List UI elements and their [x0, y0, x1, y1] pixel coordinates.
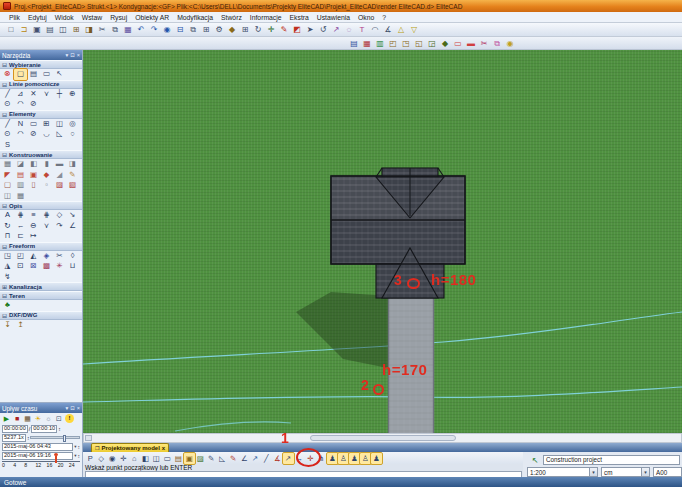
trim-icon[interactable]: ✂: [478, 38, 490, 49]
speed-slider[interactable]: [30, 436, 80, 439]
text-cursor-icon[interactable]: T: [356, 24, 368, 35]
collapse-icon[interactable]: ⊟: [2, 151, 7, 158]
collapse-icon[interactable]: ⊟: [2, 202, 7, 209]
storey-list-icon[interactable]: ▤: [348, 38, 360, 49]
save-icon[interactable]: ▣: [31, 24, 43, 35]
screen-icon[interactable]: ▭: [162, 453, 173, 464]
dimension-icon[interactable]: ⋕: [14, 210, 27, 221]
menu-item-okno[interactable]: Okno: [354, 14, 378, 21]
beam-icon[interactable]: ▬: [53, 159, 66, 170]
calendar-icon[interactable]: ▦: [23, 414, 32, 423]
group-person-icon[interactable]: ♟: [371, 453, 382, 464]
arc-3p-icon[interactable]: ◡: [40, 129, 53, 140]
sketch-icon[interactable]: ✎: [66, 170, 79, 181]
tab-projektowany-model[interactable]: ❐ Projektowany model x: [91, 443, 169, 452]
section-header-wybieranie[interactable]: ⊟Wybieranie: [0, 60, 82, 69]
axonometry-icon[interactable]: ◇: [96, 453, 107, 464]
section-header-elementy[interactable]: ⊟Elementy: [0, 110, 82, 119]
label-frame-icon[interactable]: ◇: [53, 210, 66, 221]
plot-icon[interactable]: ⊞: [70, 24, 82, 35]
circle-center-icon[interactable]: ◎: [66, 119, 79, 130]
window-view-icon[interactable]: ◧: [140, 453, 151, 464]
mark-region-icon[interactable]: ◩: [291, 24, 303, 35]
wall-red-icon[interactable]: ▤: [14, 170, 27, 181]
oval-icon[interactable]: ○: [66, 129, 79, 140]
arc-icon[interactable]: ◠: [14, 129, 27, 140]
angle-tool-icon[interactable]: ∠: [239, 453, 250, 464]
grid-rect-icon[interactable]: ⊞: [40, 119, 53, 130]
dormer-icon[interactable]: ◫: [1, 191, 14, 202]
helpline-arc-icon[interactable]: ◠: [14, 99, 27, 110]
menu-item-modyfikacja[interactable]: Modyfikacja: [173, 14, 217, 21]
texture-icon[interactable]: ▨: [195, 453, 206, 464]
layers-pink-icon[interactable]: ⧉: [491, 38, 503, 49]
collapse-icon[interactable]: ⊟: [2, 111, 7, 118]
snap-object-icon[interactable]: ▽: [408, 24, 420, 35]
helpline-circle-center-icon[interactable]: ⊕: [66, 89, 79, 100]
walk-person-icon[interactable]: ♟: [327, 453, 338, 464]
subtract-icon[interactable]: ⊠: [27, 261, 40, 272]
time-total-field[interactable]: 00:00:10: [31, 425, 57, 433]
date-start-dropdown-icon[interactable]: ▾: [74, 444, 76, 449]
info-icon[interactable]: !: [65, 414, 74, 423]
helpline-ellipse-icon[interactable]: ⊘: [27, 99, 40, 110]
cancel-selection-icon[interactable]: ⊗: [1, 69, 14, 80]
door-icon[interactable]: ▢: [1, 180, 14, 191]
split-view-icon[interactable]: ◫: [151, 453, 162, 464]
panel-menu-icon[interactable]: ▾: [65, 405, 68, 411]
shell-icon[interactable]: ⊔: [66, 261, 79, 272]
select-screen-icon[interactable]: ▭: [40, 69, 53, 80]
panel-close-icon[interactable]: ×: [77, 52, 80, 58]
arrow-right-icon[interactable]: ↦: [27, 231, 40, 242]
quick-zoom-icon[interactable]: ◌: [343, 24, 355, 35]
play-icon[interactable]: ▶: [2, 414, 11, 423]
wall-icon[interactable]: ▦: [1, 159, 14, 170]
rotate-icon[interactable]: ↺: [317, 24, 329, 35]
ellipse-icon[interactable]: ⊘: [27, 129, 40, 140]
sun-icon[interactable]: ☀: [34, 414, 43, 423]
unite-icon[interactable]: ▩: [40, 261, 53, 272]
leader-icon[interactable]: ↘: [66, 210, 79, 221]
date-end-spinner[interactable]: ↕: [78, 453, 81, 459]
dim-base-icon[interactable]: ⋕: [40, 210, 53, 221]
edit-pencil-icon[interactable]: ✎: [278, 24, 290, 35]
section-header-freeform[interactable]: ⊟Freeform: [0, 242, 82, 251]
dim-chain-icon[interactable]: ≡: [27, 210, 40, 221]
menu-item-ustawienia[interactable]: Ustawienia: [313, 14, 354, 21]
section-header-teren[interactable]: ⊟Teren: [0, 291, 82, 300]
section-header-dxf-dwg[interactable]: ⊟DXF/DWG: [0, 311, 82, 320]
marker-icon[interactable]: ✎: [228, 453, 239, 464]
refresh-icon[interactable]: ↻: [252, 24, 264, 35]
corner-icon[interactable]: ◨: [66, 159, 79, 170]
bracket-icon[interactable]: ⊓: [1, 231, 14, 242]
helpline-perpendicular-icon[interactable]: ┼: [53, 89, 66, 100]
grid-wall-icon[interactable]: ▥: [14, 180, 27, 191]
project-name-field[interactable]: Construction project: [543, 455, 680, 465]
speed-spinner[interactable]: ↕: [27, 435, 30, 441]
paste-view-icon[interactable]: ⊞: [200, 24, 212, 35]
panel-menu-icon[interactable]: ▾: [65, 52, 68, 58]
fork-dim-icon[interactable]: ⋎: [40, 221, 53, 232]
menu-item-widok[interactable]: Widok: [51, 14, 78, 21]
hatch-icon[interactable]: ▨: [53, 180, 66, 191]
settings-gear-icon[interactable]: ⚙: [213, 24, 225, 35]
pointer-plus-icon[interactable]: ➤: [304, 24, 316, 35]
stop-icon[interactable]: ■: [13, 414, 22, 423]
date-start-spinner[interactable]: ↕: [78, 444, 81, 450]
line-icon[interactable]: ╱: [1, 119, 14, 130]
section-header-linie-pomocnicze[interactable]: ⊟Linie pomocnicze: [0, 80, 82, 89]
collapse-icon[interactable]: ⊟: [2, 292, 7, 299]
lamp-icon[interactable]: ☼: [44, 414, 53, 423]
roof-edge-icon[interactable]: ◪: [14, 159, 27, 170]
polyline-icon[interactable]: N: [14, 119, 27, 130]
menu-item-edytuj[interactable]: Edytuj: [24, 14, 51, 21]
redo-icon[interactable]: ↷: [148, 24, 160, 35]
section-header-konstruowanie[interactable]: ⊟Konstruowanie: [0, 150, 82, 159]
circle-icon[interactable]: ⊙: [1, 129, 14, 140]
tools-panel-header[interactable]: Narzędzia ▾ ⊡ ×: [0, 50, 82, 60]
opening-icon[interactable]: ▯: [27, 180, 40, 191]
export-icon[interactable]: ◨: [83, 24, 95, 35]
move-copy-icon[interactable]: ✛: [265, 24, 277, 35]
timelapse-panel-header[interactable]: Upływ czasu ▾ ⊡ ×: [0, 403, 82, 413]
timeline-marker[interactable]: [55, 456, 57, 463]
